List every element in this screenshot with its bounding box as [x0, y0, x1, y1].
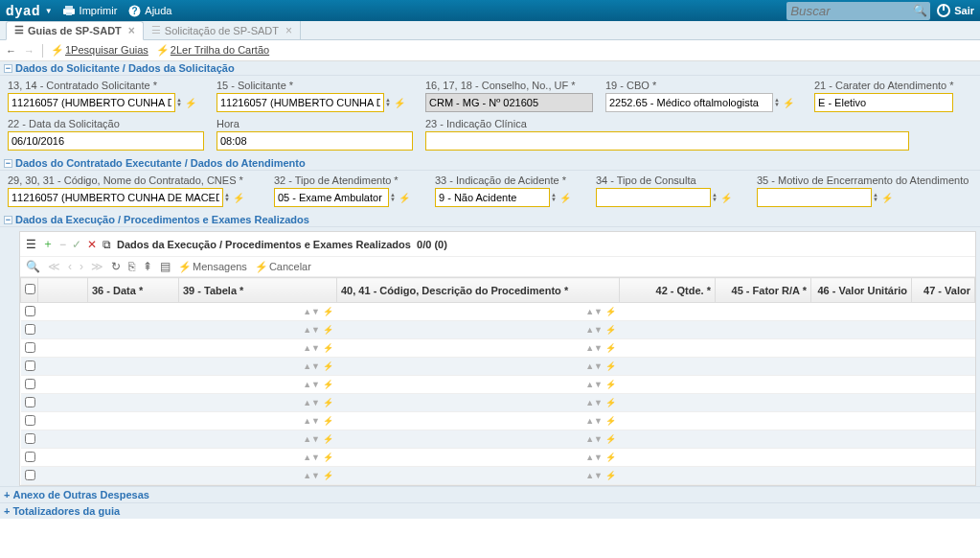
action-icon[interactable]: ⚡ [605, 380, 616, 389]
field-solicitante[interactable] [217, 93, 384, 112]
collapse-icon[interactable]: − [4, 216, 12, 224]
spinner-icon[interactable]: ▲▼ [303, 453, 320, 462]
exit-button[interactable]: Sair [937, 4, 974, 17]
spinner-icon[interactable]: ▲▼ [585, 343, 603, 353]
spinner-icon[interactable]: ▲▼ [303, 434, 320, 444]
spinner-icon[interactable]: ▲▼ [303, 361, 320, 371]
forward-button[interactable]: → [24, 45, 34, 57]
table-row[interactable]: ▲▼ ⚡▲▼ ⚡ [21, 412, 975, 430]
last-icon[interactable]: ≫ [91, 260, 103, 273]
select-all-checkbox[interactable] [25, 284, 35, 294]
col-data[interactable]: 36 - Data * [88, 278, 179, 303]
table-row[interactable]: ▲▼ ⚡▲▼ ⚡ [21, 303, 975, 321]
action-icon[interactable]: ⚡ [605, 307, 616, 316]
table-row[interactable]: ▲▼ ⚡▲▼ ⚡ [21, 358, 975, 376]
table-row[interactable]: ▲▼ ⚡▲▼ ⚡ [21, 339, 975, 358]
expand-icon[interactable]: + [4, 489, 10, 500]
help-button[interactable]: ? Ajuda [128, 5, 171, 17]
table-row[interactable]: ▲▼ ⚡▲▼ ⚡ [21, 321, 975, 339]
spinner-icon[interactable]: ▲▼ [390, 193, 396, 202]
spinner-icon[interactable]: ▲▼ [585, 453, 603, 462]
action-icon[interactable]: ⚡ [399, 193, 410, 203]
columns-icon[interactable]: ▤ [160, 260, 171, 273]
spinner-icon[interactable]: ▲▼ [585, 471, 603, 480]
logo-dropdown-icon[interactable]: ▼ [45, 7, 53, 15]
collapse-icon[interactable]: − [4, 64, 12, 73]
search-icon[interactable]: 🔍 [913, 4, 927, 17]
row-checkbox[interactable] [25, 324, 35, 335]
next-icon[interactable]: › [80, 260, 83, 273]
spinner-icon[interactable]: ▲▼ [303, 398, 320, 407]
action-icon[interactable]: ⚡ [233, 193, 244, 203]
action-icon[interactable]: ⚡ [720, 193, 732, 203]
field-indicacao-clinica[interactable] [425, 131, 909, 151]
section-exames[interactable]: − Dados da Execução / Procedimentos e Ex… [0, 213, 980, 227]
row-checkbox[interactable] [25, 415, 35, 426]
spinner-icon[interactable]: ▲▼ [303, 307, 320, 316]
row-checkbox[interactable] [25, 397, 35, 407]
action-icon[interactable]: ⚡ [323, 471, 333, 480]
spinner-icon[interactable]: ▲▼ [303, 343, 320, 353]
row-checkbox[interactable] [25, 452, 35, 462]
field-carater[interactable] [814, 93, 953, 112]
action-icon[interactable]: ⚡ [185, 98, 196, 108]
spinner-icon[interactable]: ▲▼ [585, 325, 603, 335]
spinner-icon[interactable]: ▲▼ [585, 380, 603, 389]
action-icon[interactable]: ⚡ [605, 453, 616, 462]
col-valor-unit[interactable]: 46 - Valor Unitário [811, 278, 912, 303]
spinner-icon[interactable]: ▲▼ [585, 416, 603, 426]
table-row[interactable]: ▲▼ ⚡▲▼ ⚡ [21, 376, 975, 394]
action-icon[interactable]: ⚡ [323, 325, 333, 335]
spinner-icon[interactable]: ▲▼ [585, 307, 603, 316]
ler-trilha-button[interactable]: ⚡2Ler Trilha do Cartão [156, 44, 269, 57]
row-checkbox[interactable] [25, 470, 35, 480]
field-hora[interactable] [217, 131, 413, 151]
spinner-icon[interactable]: ▲▼ [303, 380, 320, 389]
close-icon[interactable]: × [128, 24, 135, 37]
col-tabela[interactable]: 39 - Tabela * [179, 278, 337, 303]
action-icon[interactable]: ⚡ [605, 434, 616, 444]
spinner-icon[interactable]: ▲▼ [585, 434, 603, 444]
row-checkbox[interactable] [25, 342, 35, 353]
action-icon[interactable]: ⚡ [605, 325, 616, 335]
spinner-icon[interactable]: ▲▼ [873, 193, 878, 202]
spinner-icon[interactable]: ▲▼ [385, 98, 391, 107]
spinner-icon[interactable]: ▲▼ [585, 398, 603, 407]
search-input[interactable] [786, 2, 930, 20]
action-icon[interactable]: ⚡ [605, 471, 616, 480]
field-motivo-encerramento[interactable] [757, 188, 872, 207]
action-icon[interactable]: ⚡ [323, 416, 333, 426]
section-anexo[interactable]: + Anexo de Outras Despesas [0, 486, 980, 502]
section-executante[interactable]: − Dados do Contratado Executante / Dados… [0, 156, 980, 171]
field-tipo-consulta[interactable] [596, 188, 711, 207]
spinner-icon[interactable]: ▲▼ [585, 361, 603, 371]
row-checkbox[interactable] [25, 360, 35, 371]
field-tipo-atendimento[interactable] [274, 188, 389, 207]
refresh-icon[interactable]: ↻ [111, 260, 121, 273]
tree-icon[interactable]: ⇞ [143, 260, 152, 273]
section-solicitante[interactable]: − Dados do Solicitante / Dados da Solici… [0, 61, 980, 76]
add-icon[interactable]: ＋ [42, 236, 54, 252]
spinner-icon[interactable]: ▲▼ [224, 193, 230, 202]
minus-icon[interactable]: − [59, 238, 66, 251]
field-indicacao-acidente[interactable] [435, 188, 550, 207]
action-icon[interactable]: ⚡ [323, 453, 333, 462]
cancelar-button[interactable]: ⚡Cancelar [255, 261, 311, 273]
table-row[interactable]: ▲▼ ⚡▲▼ ⚡ [21, 449, 975, 467]
expand-icon[interactable]: + [4, 505, 10, 517]
col-procedimento[interactable]: 40, 41 - Código, Descrição do Procedimen… [337, 278, 620, 303]
action-icon[interactable]: ⚡ [605, 343, 616, 353]
spinner-icon[interactable]: ▲▼ [176, 98, 182, 107]
table-row[interactable]: ▲▼ ⚡▲▼ ⚡ [21, 394, 975, 412]
action-icon[interactable]: ⚡ [605, 361, 616, 371]
row-checkbox[interactable] [25, 433, 35, 444]
action-icon[interactable]: ⚡ [605, 398, 616, 407]
table-row[interactable]: ▲▼ ⚡▲▼ ⚡ [21, 467, 975, 485]
action-icon[interactable]: ⚡ [881, 193, 893, 203]
field-cbo[interactable] [605, 93, 773, 112]
spinner-icon[interactable]: ▲▼ [303, 471, 320, 480]
action-icon[interactable]: ⚡ [323, 398, 333, 407]
spinner-icon[interactable]: ▲▼ [303, 325, 320, 335]
action-icon[interactable]: ⚡ [394, 98, 405, 108]
mensagens-button[interactable]: ⚡Mensagens [178, 261, 247, 273]
